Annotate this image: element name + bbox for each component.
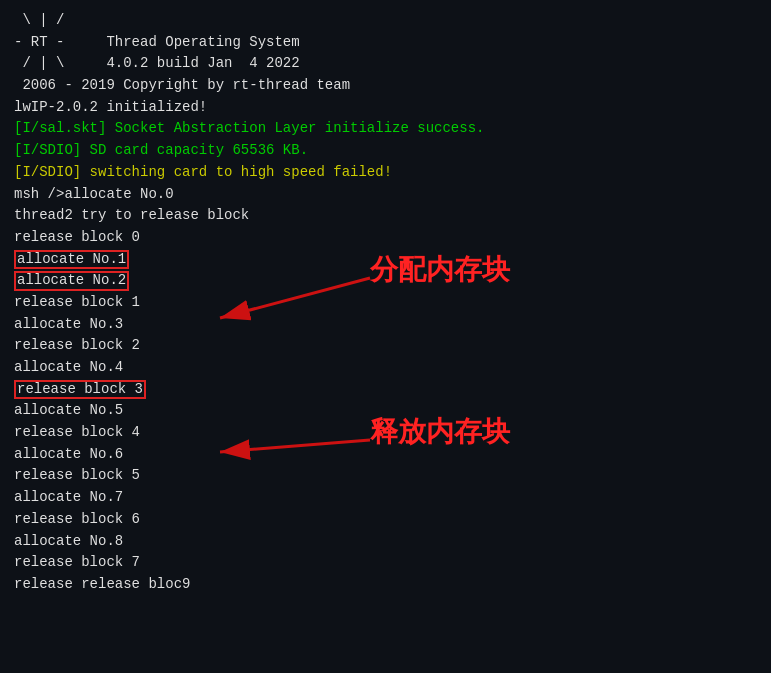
terminal-line-17: allocate No.4 <box>14 357 757 379</box>
terminal-line-8: [I/SDIO] switching card to high speed fa… <box>14 162 757 184</box>
terminal-line-27: release release bloc9 <box>14 574 757 596</box>
terminal-line-24: release block 6 <box>14 509 757 531</box>
terminal-line-5: lwIP-2.0.2 initialized! <box>14 97 757 119</box>
terminal-line-25: allocate No.8 <box>14 531 757 553</box>
terminal-line-23: allocate No.7 <box>14 487 757 509</box>
box-allocate-2: allocate No.2 <box>14 271 129 290</box>
terminal-line-13: allocate No.2 <box>14 270 757 292</box>
terminal-line-4: 2006 - 2019 Copyright by rt-thread team <box>14 75 757 97</box>
terminal-line-20: release block 4 <box>14 422 757 444</box>
box-release-3: release block 3 <box>14 380 146 399</box>
terminal-line-21: allocate No.6 <box>14 444 757 466</box>
terminal-line-10: thread2 try to release block <box>14 205 757 227</box>
terminal-line-16: release block 2 <box>14 335 757 357</box>
terminal-line-12: allocate No.1 <box>14 249 757 271</box>
terminal-line-15: allocate No.3 <box>14 314 757 336</box>
terminal-line-11: release block 0 <box>14 227 757 249</box>
terminal-line-18: release block 3 <box>14 379 757 401</box>
terminal-line-26: release block 7 <box>14 552 757 574</box>
terminal-window: \ | / - RT - Thread Operating System / |… <box>0 0 771 673</box>
terminal-line-22: release block 5 <box>14 465 757 487</box>
terminal-line-2: - RT - Thread Operating System <box>14 32 757 54</box>
terminal-line-1: \ | / <box>14 10 757 32</box>
terminal-line-7: [I/SDIO] SD card capacity 65536 KB. <box>14 140 757 162</box>
terminal-line-3: / | \ 4.0.2 build Jan 4 2022 <box>14 53 757 75</box>
terminal-line-9: msh />allocate No.0 <box>14 184 757 206</box>
box-allocate-1: allocate No.1 <box>14 250 129 269</box>
terminal-line-19: allocate No.5 <box>14 400 757 422</box>
terminal-line-14: release block 1 <box>14 292 757 314</box>
terminal-line-6: [I/sal.skt] Socket Abstraction Layer ini… <box>14 118 757 140</box>
